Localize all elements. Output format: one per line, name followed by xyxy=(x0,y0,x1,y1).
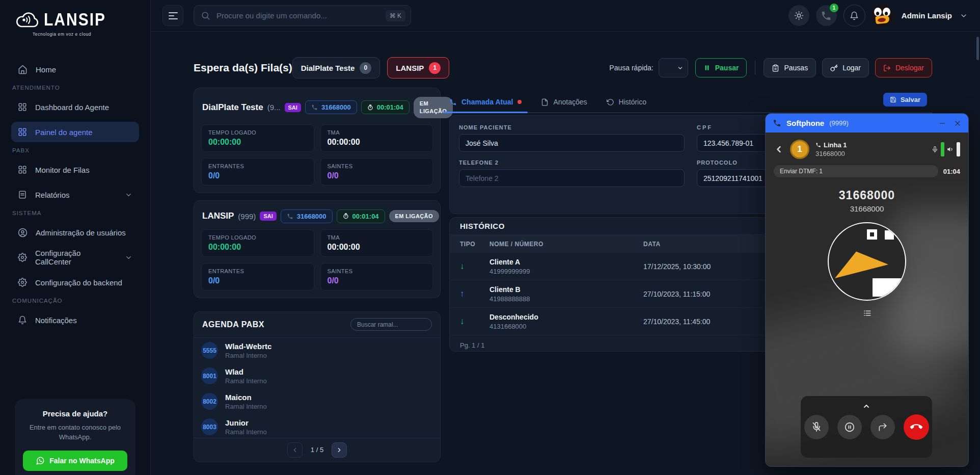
chevron-down-icon[interactable] xyxy=(960,12,968,20)
sidebar-section-atendimento: ATENDIMENTO xyxy=(12,85,139,91)
bell-icon xyxy=(850,11,859,20)
phone-icon xyxy=(449,98,457,106)
caller-avatar xyxy=(828,222,906,301)
sidebar-item-label: Configuração CallCenter xyxy=(35,249,117,266)
tab-label: Histórico xyxy=(619,98,646,106)
sidebar-item-notificacoes[interactable]: Notificações xyxy=(11,310,139,330)
pausas-label: Pausas xyxy=(784,64,808,72)
help-text: Entre em contato conosco pelo WhatsApp. xyxy=(23,423,127,442)
stat-label: TEMPO LOGADO xyxy=(208,129,307,136)
scrollbar[interactable] xyxy=(976,37,979,60)
sidebar-item-label: Administração de usuários xyxy=(36,228,126,237)
sidebar-item-painel-agente[interactable]: Painel do agente xyxy=(11,122,139,142)
next-page-button[interactable] xyxy=(332,442,347,458)
pausar-button[interactable]: Pausar xyxy=(695,58,747,77)
line-number-badge[interactable]: 1 xyxy=(790,140,809,159)
sidebar-item-label: Painel do agente xyxy=(35,128,93,137)
chevron-left-icon[interactable] xyxy=(774,144,784,154)
user-circle-icon xyxy=(18,228,28,238)
active-call-indicator xyxy=(518,100,522,104)
page-indicator: 1 / 5 xyxy=(311,446,323,454)
minimize-icon[interactable] xyxy=(939,120,946,127)
softphone-titlebar[interactable]: Softphone (9999) xyxy=(766,114,968,133)
sidebar-item-monitor-filas[interactable]: Monitor de Filas xyxy=(11,160,139,180)
telefone2-input[interactable] xyxy=(459,169,685,187)
app-window: LANSIP Tecnologia em voz e cloud Home AT… xyxy=(0,0,980,475)
avatar-eye-shape xyxy=(885,230,894,240)
sidebar-item-relatorios[interactable]: Relatórios xyxy=(11,184,139,205)
search-icon xyxy=(201,11,210,20)
header-controls: Pausa rápida: Pausar Pausas Logar xyxy=(609,58,932,77)
user-name: Admin Lansip xyxy=(902,11,952,20)
incoming-call-icon: ↓ xyxy=(460,316,489,327)
stat-entrantes: ENTRANTES 0/0 xyxy=(201,263,314,291)
tab-chamada-atual[interactable]: Chamada Atual xyxy=(449,92,522,112)
sidebar-item-label: Dashboard do Agente xyxy=(35,103,109,112)
queue-code: (999) xyxy=(238,212,256,221)
help-title: Precisa de ajuda? xyxy=(23,409,127,418)
theme-toggle-button[interactable] xyxy=(788,5,809,26)
whatsapp-button[interactable]: Falar no WhatsApp xyxy=(23,451,127,471)
sidebar-item-dashboard-agente[interactable]: Dashboard do Agente xyxy=(11,97,139,117)
global-search: ⌘ K xyxy=(194,5,411,26)
history-number: 41999999999 xyxy=(489,268,643,275)
queue-button-lansip[interactable]: LANSIP 1 xyxy=(387,57,449,78)
sidebar-item-admin-usuarios[interactable]: Administração de usuários xyxy=(11,222,139,243)
stat-tempo-logado: TEMPO LOGADO 00:00:00 xyxy=(201,124,314,152)
quick-pause-select[interactable] xyxy=(659,58,688,77)
tabs-bar: Chamada Atual Anotações Histórico Salvar xyxy=(449,92,932,113)
chevron-up-icon[interactable] xyxy=(801,396,932,410)
sidebar-item-home[interactable]: Home xyxy=(11,59,139,80)
field-nome-paciente: NOME PACIENTE xyxy=(459,124,685,152)
deslogar-button[interactable]: Deslogar xyxy=(875,58,932,77)
field-label: NOME PACIENTE xyxy=(459,124,685,130)
queue-name: DialPlate Teste xyxy=(202,102,263,113)
agenda-contact-row[interactable]: 5555 Wlad-Webrtc Ramal Interno xyxy=(194,338,440,363)
logout-icon xyxy=(883,64,891,72)
tab-anotacoes[interactable]: Anotações xyxy=(541,92,587,112)
agenda-search-input[interactable] xyxy=(350,318,432,331)
transfer-button[interactable] xyxy=(870,415,895,439)
queue-button-dialplate[interactable]: DialPlate Teste 0 xyxy=(292,57,380,78)
tab-historico[interactable]: Histórico xyxy=(607,92,646,112)
call-timer: 00:01:04 xyxy=(377,103,403,111)
stat-value: 00:00:00 xyxy=(208,138,307,147)
agenda-contact-row[interactable]: 8001 Wlad Ramal Interno xyxy=(194,363,440,389)
sidebar-item-label: Relatórios xyxy=(35,191,70,199)
agenda-contact-row[interactable]: 8003 Junior Ramal Interno xyxy=(194,414,440,438)
phone-icon xyxy=(815,142,821,148)
chevron-down-icon xyxy=(125,254,132,261)
nome-paciente-input[interactable] xyxy=(459,134,685,152)
mic-volume-slider[interactable] xyxy=(941,142,944,156)
caller-number-chip: 31668000 xyxy=(281,209,333,223)
stat-entrantes: ENTRANTES 0/0 xyxy=(201,158,314,186)
contact-type: Ramal Interno xyxy=(225,377,267,385)
mute-button[interactable] xyxy=(804,415,829,439)
call-log-button[interactable] xyxy=(766,309,968,318)
notifications-button[interactable] xyxy=(843,5,865,27)
stat-value: 0/0 xyxy=(208,276,307,285)
line-row: 1 Linha 1 31668000 xyxy=(766,133,968,162)
hangup-button[interactable] xyxy=(904,414,929,440)
pausas-button[interactable]: Pausas xyxy=(764,58,816,77)
history-number: 4131668000 xyxy=(489,323,643,330)
hamburger-menu-button[interactable] xyxy=(162,5,183,26)
logar-button[interactable]: Logar xyxy=(822,58,869,77)
sidebar-item-config-callcenter[interactable]: Configuração CallCenter xyxy=(11,247,139,268)
agenda-contact-row[interactable]: 8002 Maicon Ramal Interno xyxy=(194,389,440,414)
search-shortcut-badge: ⌘ K xyxy=(386,10,405,21)
sidebar-item-config-backend[interactable]: Configuração do backend xyxy=(11,272,139,293)
speaker-volume-slider[interactable] xyxy=(957,142,960,156)
softphone-button[interactable]: 1 xyxy=(816,5,837,26)
search-input[interactable] xyxy=(215,11,386,20)
field-telefone2: TELEFONE 2 xyxy=(459,160,685,187)
save-button[interactable]: Salvar xyxy=(883,93,927,107)
hold-button[interactable] xyxy=(837,415,862,439)
call-timer: 00:01:04 xyxy=(352,213,379,220)
avatar[interactable] xyxy=(872,5,893,26)
close-icon[interactable] xyxy=(954,120,961,127)
prev-page-button[interactable] xyxy=(287,442,303,458)
sun-icon xyxy=(794,11,804,20)
stat-value: 0/0 xyxy=(328,171,426,180)
grid-icon xyxy=(18,102,27,112)
